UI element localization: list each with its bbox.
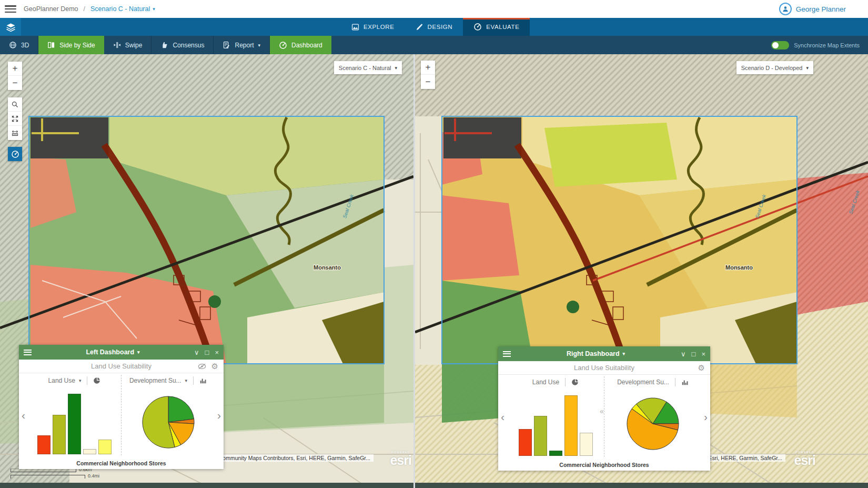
map-right: Monsanto Seal Creek Seal Creek + − Scena… — [415, 54, 868, 488]
close-panel-icon[interactable]: × — [215, 348, 219, 356]
maximize-panel-icon[interactable]: □ — [692, 350, 696, 358]
dashboard-button[interactable]: Dashboard — [270, 36, 331, 54]
caret-down-icon: ▾ — [79, 378, 82, 383]
esri-wordmark: esri — [794, 454, 815, 467]
next-widget-arrow[interactable]: › — [215, 373, 224, 457]
panel-menu-icon[interactable] — [503, 351, 511, 357]
widget-title-row: Land Use Suitability ⚙ — [498, 361, 710, 375]
pie-chart-type-icon[interactable] — [93, 377, 100, 384]
left-dashboard-body: ‹ Land Use ▾ Development Su... — [19, 373, 224, 457]
esri-logo-left: POWERED esri — [390, 451, 411, 467]
dashboard-tool-left — [8, 147, 22, 161]
land-use-chart-card: Land Use ▾ — [28, 373, 121, 457]
search-button[interactable] — [8, 97, 22, 112]
next-widget-arrow[interactable]: › — [701, 375, 710, 459]
left-dashboard-title: Left Dashboard — [86, 348, 134, 356]
bar-chart-type-icon[interactable] — [681, 379, 689, 386]
swipe-button[interactable]: Swipe — [104, 36, 152, 54]
land-use-bar-chart — [31, 391, 118, 454]
caret-down-icon: ▾ — [137, 350, 140, 355]
sync-extents-label: Synchronize Map Extents — [794, 42, 860, 48]
development-chart-card: Development Su... ▾ — [122, 373, 215, 457]
zoom-out-button[interactable]: − — [8, 76, 22, 90]
collapse-cards-icon[interactable]: « — [600, 407, 604, 415]
esri-logo-right: POWERED esri — [794, 451, 815, 467]
gear-icon[interactable]: ⚙ — [211, 362, 218, 371]
caret-down-icon: ▾ — [153, 6, 155, 12]
zoom-in-button[interactable]: + — [421, 61, 435, 75]
layers-button[interactable] — [0, 18, 21, 36]
pie-chart-type-icon[interactable] — [571, 379, 579, 386]
prev-widget-arrow[interactable]: ‹ — [19, 373, 28, 457]
user-menu[interactable]: George Planner — [779, 0, 846, 18]
zoom-in-button[interactable]: + — [8, 62, 22, 76]
development-card-header: Development Su... ▾ — [122, 373, 215, 387]
prev-widget-arrow[interactable]: ‹ — [498, 375, 507, 459]
report-label: Report — [235, 42, 254, 49]
map-label-monsanto-right: Monsanto — [725, 264, 753, 271]
tab-explore[interactable]: EXPLORE — [341, 18, 405, 36]
tab-design-label: DESIGN — [428, 24, 453, 30]
caret-down-icon: ▾ — [185, 378, 188, 383]
zoom-out-button[interactable]: − — [421, 75, 435, 89]
collapse-panel-icon[interactable]: ∨ — [194, 348, 199, 356]
left-dashboard-panel: Left Dashboard ▾ ∨ □ × Land Use Suitabil… — [19, 345, 224, 469]
close-panel-icon[interactable]: × — [701, 350, 705, 358]
gauge-icon — [473, 23, 482, 31]
right-dashboard-header: Right Dashboard ▾ ∨ □ × — [498, 346, 710, 361]
consensus-hand-icon — [160, 41, 168, 49]
measure-icon — [11, 129, 19, 137]
sync-extents-toggle[interactable] — [771, 41, 789, 49]
tab-evaluate[interactable]: EVALUATE — [463, 18, 530, 36]
land-use-dropdown-label[interactable]: Land Use — [48, 377, 75, 384]
expand-icon — [11, 115, 19, 123]
dashboard-gauge-icon — [279, 41, 287, 49]
zoom-controls-right: + − — [421, 61, 435, 89]
bar-chart-type-icon[interactable] — [199, 377, 207, 384]
land-use-bar-chart — [510, 392, 601, 456]
breadcrumb-separator: / — [84, 5, 85, 13]
map-attribution-left: Esri Community Maps Contributors, Esri, … — [205, 454, 374, 462]
panel-window-controls: ∨ □ × — [681, 350, 705, 358]
avatar-icon — [779, 3, 792, 15]
measure-tool-button[interactable] — [8, 126, 22, 140]
scale-mi-label: 0.4mi — [88, 473, 99, 479]
maximize-panel-icon[interactable]: □ — [205, 348, 209, 356]
right-dashboard-title-dropdown[interactable]: Right Dashboard ▾ — [511, 350, 681, 357]
right-dashboard-body: ‹ Land Use « Development Su — [498, 375, 710, 459]
development-dropdown-label[interactable]: Development Su... — [617, 379, 669, 386]
menu-icon[interactable] — [5, 5, 16, 13]
panel-menu-icon[interactable] — [24, 350, 32, 355]
side-by-side-button[interactable]: Side by Side — [38, 36, 104, 54]
caret-down-icon: ▾ — [806, 65, 809, 71]
dashboard-tool-button[interactable] — [8, 147, 22, 161]
left-dashboard-title-dropdown[interactable]: Left Dashboard ▾ — [32, 348, 194, 356]
visibility-icon[interactable] — [198, 363, 206, 370]
map-tools-left — [8, 97, 22, 140]
mode-tabs: EXPLORE DESIGN EVALUATE — [341, 18, 530, 36]
gear-icon[interactable]: ⚙ — [698, 363, 705, 373]
development-chart-card: Development Su... — [604, 375, 701, 459]
tab-design[interactable]: DESIGN — [405, 18, 463, 36]
report-button[interactable]: Report ▾ — [214, 36, 270, 54]
land-use-card-header: Land Use ▾ — [28, 373, 121, 387]
scenario-selector-right[interactable]: Scenario D - Developed ▾ — [736, 61, 813, 74]
collapse-panel-icon[interactable]: ∨ — [681, 350, 686, 358]
development-card-header: Development Su... — [604, 375, 701, 389]
report-icon — [223, 41, 230, 49]
breadcrumb-scenario-dropdown[interactable]: Scenario C - Natural ▾ — [90, 5, 155, 13]
zoom-controls-left: + − — [8, 62, 22, 90]
evaluate-toolbar: 3D Side by Side Swipe Consensus Report ▾… — [0, 36, 868, 54]
scenario-selector-left[interactable]: Scenario C - Natural ▾ — [334, 61, 402, 74]
caret-down-icon: ▾ — [395, 65, 397, 71]
widget-title: Land Use Suitability — [574, 364, 634, 372]
esri-wordmark: esri — [390, 454, 411, 467]
expand-extent-button[interactable] — [8, 112, 22, 126]
nav-bar: EXPLORE DESIGN EVALUATE — [0, 18, 868, 36]
3d-button[interactable]: 3D — [0, 36, 38, 54]
consensus-button[interactable]: Consensus — [152, 36, 214, 54]
land-use-dropdown-label[interactable]: Land Use — [532, 379, 559, 386]
map-left: Monsanto Seal Creek + − Scenario C - — [0, 54, 413, 488]
search-icon — [11, 101, 19, 108]
development-dropdown-label[interactable]: Development Su... — [129, 377, 181, 384]
